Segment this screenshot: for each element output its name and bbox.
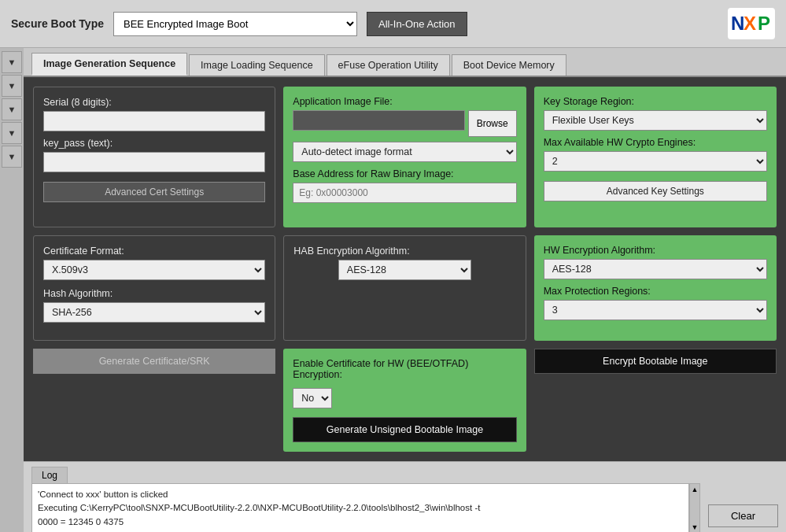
generate-cert-button[interactable]: Generate Certificate/SRK	[33, 349, 275, 374]
top-bar: Secure Boot Type BEE Encrypted Image Boo…	[0, 0, 786, 48]
app-image-input[interactable]: C:\KerryPC\tool\SNXP-MCUBoot\	[293, 110, 464, 131]
panel-cert-format: Certificate Format: X.509v3 Hash Algorit…	[33, 235, 275, 342]
arrow-2[interactable]: ▼	[2, 75, 22, 97]
encrypt-button[interactable]: Encrypt Bootable Image	[534, 349, 777, 374]
serial-label: Serial (8 digits):	[43, 97, 265, 108]
enable-cert-section: Enable Certificate for HW (BEE/OTFAD) En…	[293, 358, 516, 408]
cert-format-select[interactable]: X.509v3	[43, 260, 265, 280]
svg-text:X: X	[744, 13, 756, 34]
secure-boot-label: Secure Boot Type	[11, 17, 104, 30]
base-address-label: Base Address for Raw Binary Image:	[293, 168, 516, 179]
cert-format-label: Certificate Format:	[43, 246, 265, 257]
log-panel: Log 'Connect to xxx' button is clicked E…	[31, 467, 700, 527]
panel-app-image: Application Image File: C:\KerryPC\tool\…	[283, 87, 526, 227]
clear-button[interactable]: Clear	[708, 504, 778, 527]
svg-text:P: P	[758, 13, 770, 34]
log-tab[interactable]: Log	[31, 467, 68, 483]
app-image-label: Application Image File:	[293, 96, 516, 107]
hash-algo-select[interactable]: SHA-256	[43, 302, 265, 323]
log-area: Log 'Connect to xxx' button is clicked E…	[24, 461, 786, 532]
serial-input[interactable]: 12345678	[43, 111, 265, 131]
advanced-key-button[interactable]: Advanced Key Settings	[544, 181, 767, 201]
enable-cert-label: Enable Certificate for HW (BEE/OTFAD) En…	[293, 358, 516, 380]
max-hw-select[interactable]: 2	[544, 151, 767, 172]
format-select[interactable]: Auto-detect image format	[293, 142, 516, 162]
hw-enc-select[interactable]: AES-128	[544, 259, 767, 279]
advanced-cert-button[interactable]: Advanced Cert Settings	[43, 182, 265, 202]
max-protect-label: Max Protection Regions:	[544, 286, 767, 297]
enable-cert-select[interactable]: No	[293, 388, 332, 408]
key-pass-input[interactable]: test	[43, 152, 265, 172]
panel-hab: HAB Encryption Algorithm: AES-128	[283, 235, 526, 342]
tab-boot-device[interactable]: Boot Device Memory	[452, 54, 566, 76]
max-hw-label: Max Available HW Crypto Engines:	[544, 137, 767, 148]
log-line-2: Executing C:\KerryPC\tool\SNXP-MCUBootUt…	[38, 501, 683, 515]
arrow-1[interactable]: ▼	[2, 51, 22, 73]
generate-unsigned-button[interactable]: Generate Unsigned Bootable Image	[293, 417, 516, 442]
browse-button[interactable]: Browse	[468, 110, 517, 137]
arrow-5[interactable]: ▼	[2, 146, 22, 168]
nxp-logo: N X P	[728, 8, 775, 39]
tab-image-loading[interactable]: Image Loading Sequence	[189, 54, 324, 76]
content-area: Serial (8 digits): 12345678 key_pass (te…	[24, 77, 786, 461]
tabs-row: Image Generation Sequence Image Loading …	[24, 48, 786, 77]
tab-image-generation[interactable]: Image Generation Sequence	[31, 53, 187, 76]
scroll-down-icon[interactable]: ▼	[691, 523, 698, 531]
log-line-1: 'Connect to xxx' button is clicked	[38, 488, 683, 501]
tab-efuse[interactable]: eFuse Operation Utility	[327, 54, 450, 76]
all-in-one-button[interactable]: All-In-One Action	[367, 12, 467, 36]
arrow-3[interactable]: ▼	[2, 98, 22, 120]
log-text: 'Connect to xxx' button is clicked Execu…	[31, 483, 689, 532]
panel-hw-enc: HW Encryption Algorithm: AES-128 Max Pro…	[534, 235, 777, 342]
log-scrollbar[interactable]: ▲ ▼	[689, 483, 700, 532]
key-storage-select[interactable]: Flexible User Keys	[544, 110, 767, 131]
middle-section: ▼ ▼ ▼ ▼ ▼ Image Generation Sequence Imag…	[0, 48, 786, 532]
app-image-row: C:\KerryPC\tool\SNXP-MCUBoot\ Browse	[293, 110, 516, 137]
scroll-up-icon[interactable]: ▲	[691, 486, 698, 493]
max-protect-select[interactable]: 3	[544, 300, 767, 320]
hab-label: HAB Encryption Algorithm:	[293, 246, 515, 257]
hw-enc-label: HW Encryption Algorithm:	[544, 245, 767, 256]
panel-encrypt: Encrypt Bootable Image	[534, 349, 777, 452]
secure-boot-select[interactable]: BEE Encrypted Image Boot	[113, 12, 357, 36]
panel-key-storage: Key Storage Region: Flexible User Keys M…	[534, 87, 777, 227]
hab-select[interactable]: AES-128	[338, 260, 471, 280]
panel-gen-cert: Generate Certificate/SRK	[33, 349, 275, 452]
key-pass-label: key_pass (text):	[43, 138, 265, 149]
svg-text:N: N	[731, 13, 744, 34]
arrow-4[interactable]: ▼	[2, 122, 22, 144]
key-storage-label: Key Storage Region:	[544, 96, 767, 107]
base-address-input[interactable]	[293, 183, 516, 203]
log-line-3: 0000 = 12345 0 4375	[38, 515, 683, 529]
hash-algo-label: Hash Algorithm:	[43, 288, 265, 299]
panel-enable-cert: Enable Certificate for HW (BEE/OTFAD) En…	[283, 349, 526, 452]
panel-serial: Serial (8 digits): 12345678 key_pass (te…	[33, 87, 275, 227]
left-side-arrows: ▼ ▼ ▼ ▼ ▼	[0, 48, 24, 532]
